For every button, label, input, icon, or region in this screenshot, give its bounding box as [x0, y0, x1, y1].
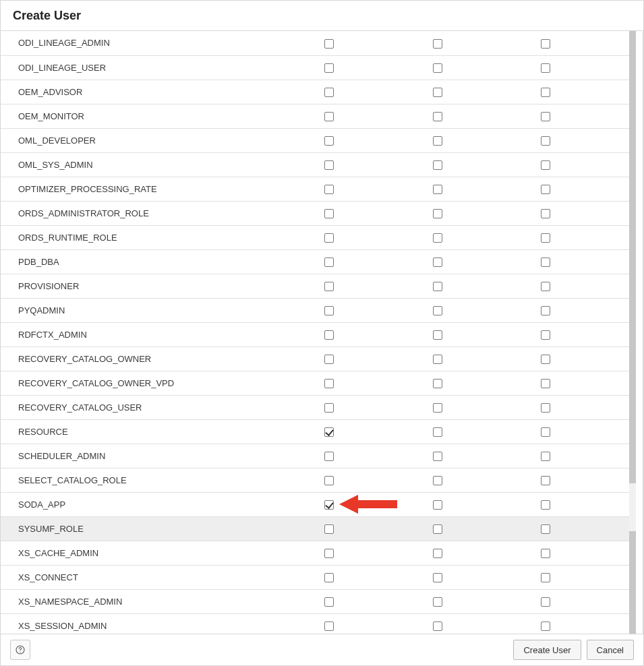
role-checkbox[interactable]	[324, 597, 334, 607]
role-checkbox[interactable]	[433, 306, 442, 315]
table-row: PYQADMIN	[1, 298, 636, 322]
role-checkbox[interactable]	[324, 185, 334, 194]
role-checkbox[interactable]	[541, 622, 550, 631]
role-checkbox[interactable]	[433, 379, 442, 388]
role-checkbox[interactable]	[433, 160, 442, 170]
role-checkbox[interactable]	[324, 452, 334, 461]
outer-scrollbar[interactable]	[643, 31, 643, 634]
role-checkbox[interactable]	[541, 330, 550, 340]
role-checkbox[interactable]	[541, 282, 550, 291]
role-checkbox[interactable]	[433, 573, 442, 582]
checkbox-cell	[541, 444, 636, 468]
checkbox-cell	[324, 104, 432, 128]
role-checkbox[interactable]	[324, 63, 334, 73]
role-checkbox[interactable]	[433, 185, 442, 194]
role-checkbox[interactable]	[433, 258, 442, 267]
role-checkbox[interactable]	[324, 500, 334, 510]
role-checkbox[interactable]	[541, 136, 550, 146]
role-checkbox[interactable]	[433, 39, 442, 49]
roles-scroll-inner[interactable]: ODI_LINEAGE_ADMINODI_LINEAGE_USEROEM_ADV…	[1, 31, 636, 634]
role-checkbox[interactable]	[541, 355, 550, 364]
role-checkbox[interactable]	[541, 112, 550, 121]
role-checkbox[interactable]	[541, 185, 550, 194]
role-checkbox[interactable]	[541, 233, 550, 243]
role-checkbox[interactable]	[433, 355, 442, 364]
role-checkbox[interactable]	[324, 379, 334, 388]
role-name: OEM_MONITOR	[1, 104, 324, 128]
checkbox-cell	[324, 128, 432, 152]
role-checkbox[interactable]	[433, 427, 442, 437]
role-checkbox[interactable]	[324, 112, 334, 121]
role-checkbox[interactable]	[541, 63, 550, 73]
role-checkbox[interactable]	[433, 500, 442, 510]
role-checkbox[interactable]	[541, 306, 550, 315]
role-checkbox[interactable]	[324, 355, 334, 364]
role-checkbox[interactable]	[324, 258, 334, 267]
checkbox-cell	[541, 565, 636, 589]
role-checkbox[interactable]	[433, 403, 442, 413]
role-checkbox[interactable]	[324, 88, 334, 97]
role-checkbox[interactable]	[433, 136, 442, 146]
checkbox-cell	[324, 177, 432, 201]
checkbox-cell	[324, 468, 432, 492]
role-checkbox[interactable]	[541, 524, 550, 534]
checkbox-cell	[433, 298, 541, 322]
role-checkbox[interactable]	[541, 160, 550, 170]
checkbox-cell	[433, 225, 541, 249]
role-checkbox[interactable]	[324, 549, 334, 558]
role-checkbox[interactable]	[541, 476, 550, 485]
checkbox-cell	[433, 104, 541, 128]
role-checkbox[interactable]	[433, 63, 442, 73]
role-checkbox[interactable]	[541, 379, 550, 388]
role-checkbox[interactable]	[324, 403, 334, 413]
role-checkbox[interactable]	[433, 549, 442, 558]
role-checkbox[interactable]	[541, 597, 550, 607]
role-checkbox[interactable]	[324, 282, 334, 291]
role-checkbox[interactable]	[541, 39, 550, 49]
role-checkbox[interactable]	[433, 282, 442, 291]
role-checkbox[interactable]	[433, 233, 442, 243]
role-checkbox[interactable]	[324, 330, 334, 340]
role-checkbox[interactable]	[324, 233, 334, 243]
role-checkbox[interactable]	[541, 403, 550, 413]
cancel-button[interactable]: Cancel	[587, 640, 634, 660]
role-checkbox[interactable]	[433, 209, 442, 218]
role-checkbox[interactable]	[433, 597, 442, 607]
role-checkbox[interactable]	[324, 476, 334, 485]
checkbox-cell	[541, 80, 636, 104]
inner-scrollbar[interactable]	[629, 31, 636, 634]
role-checkbox[interactable]	[541, 573, 550, 582]
checkbox-cell	[324, 55, 432, 80]
role-checkbox[interactable]	[541, 88, 550, 97]
role-checkbox[interactable]	[324, 136, 334, 146]
role-checkbox[interactable]	[324, 573, 334, 582]
role-checkbox[interactable]	[541, 258, 550, 267]
role-name: OPTIMIZER_PROCESSING_RATE	[1, 177, 324, 201]
role-checkbox[interactable]	[324, 524, 334, 534]
role-checkbox[interactable]	[433, 88, 442, 97]
checkbox-cell	[433, 31, 541, 55]
role-checkbox[interactable]	[541, 452, 550, 461]
role-checkbox[interactable]	[324, 306, 334, 315]
role-checkbox[interactable]	[324, 39, 334, 49]
role-checkbox[interactable]	[433, 452, 442, 461]
role-checkbox[interactable]	[541, 549, 550, 558]
role-checkbox[interactable]	[433, 112, 442, 121]
create-user-button[interactable]: Create User	[513, 640, 581, 660]
role-checkbox[interactable]	[433, 476, 442, 485]
role-checkbox[interactable]	[541, 209, 550, 218]
role-checkbox[interactable]	[541, 500, 550, 510]
roles-table: ODI_LINEAGE_ADMINODI_LINEAGE_USEROEM_ADV…	[1, 31, 636, 634]
inner-scroll-thumb[interactable]	[629, 31, 636, 483]
inner-scroll-thumb[interactable]	[629, 531, 636, 634]
role-checkbox[interactable]	[324, 209, 334, 218]
role-checkbox[interactable]	[324, 427, 334, 437]
role-checkbox[interactable]	[324, 160, 334, 170]
table-row: ORDS_ADMINISTRATOR_ROLE	[1, 201, 636, 225]
role-checkbox[interactable]	[433, 330, 442, 340]
role-checkbox[interactable]	[541, 427, 550, 437]
role-checkbox[interactable]	[433, 524, 442, 534]
role-checkbox[interactable]	[433, 622, 442, 631]
help-button[interactable]	[10, 640, 30, 660]
role-checkbox[interactable]	[324, 622, 334, 631]
